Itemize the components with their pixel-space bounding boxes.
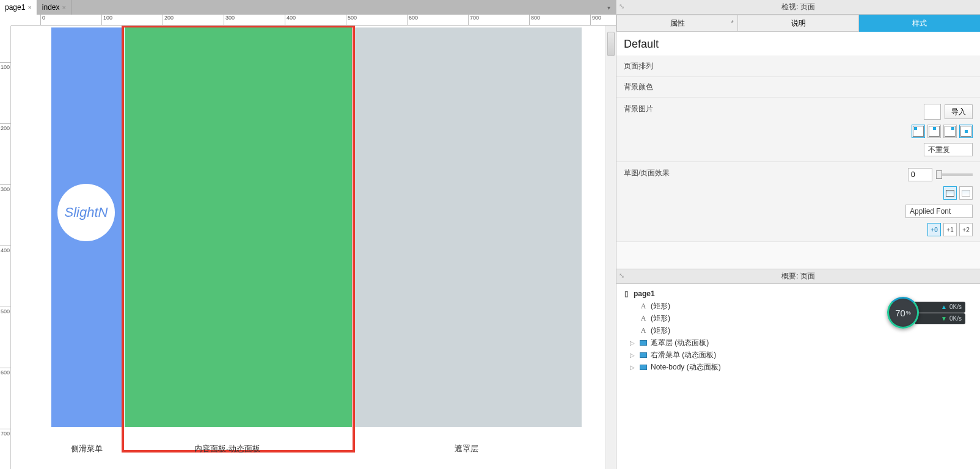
tree-label: 右滑菜单 (动态面板): [651, 350, 716, 360]
outline-header: ⤡ 概要: 页面: [616, 269, 980, 284]
mask-panel[interactable]: [354, 27, 582, 427]
align-tc-button[interactable]: [927, 125, 941, 138]
tab-label: 样式: [912, 18, 927, 29]
side-menu-panel[interactable]: SlightN: [51, 27, 122, 427]
tree-label: (矩形): [651, 301, 670, 311]
editor-pane: page1 × index × ▾ 0100200300400500600700…: [0, 0, 616, 469]
slider-knob[interactable]: [936, 170, 942, 179]
tab-overflow-dropdown[interactable]: ▾: [604, 2, 613, 12]
app-root: page1 × index × ▾ 0100200300400500600700…: [0, 0, 980, 469]
close-icon[interactable]: ×: [62, 4, 66, 11]
label-sketch: 草图/页面效果: [624, 168, 697, 178]
tab-attributes[interactable]: 属性 *: [616, 15, 738, 32]
tree-item[interactable]: ▷右滑菜单 (动态面板): [621, 349, 975, 361]
logo-text: SlightN: [65, 205, 108, 220]
tree-label: (矩形): [651, 325, 670, 336]
tree-label: page1: [634, 289, 655, 298]
color-mode-button[interactable]: [943, 186, 957, 200]
tab-label: 属性: [670, 18, 685, 29]
tree-item[interactable]: A(矩形): [621, 324, 975, 336]
align-tl-button[interactable]: [912, 125, 925, 138]
tree-item[interactable]: A(矩形): [621, 300, 975, 312]
label-page-align: 页面排列: [624, 61, 697, 71]
picture-icon: [946, 190, 954, 197]
expand-icon[interactable]: ▷: [630, 352, 636, 358]
canvas-vertical-scrollbar[interactable]: [605, 26, 616, 469]
repeat-select[interactable]: 不重复: [924, 143, 973, 156]
canvas-label-mask: 遮罩层: [455, 443, 478, 454]
close-icon[interactable]: ×: [27, 4, 31, 11]
gray-mode-button[interactable]: [959, 186, 973, 200]
canvas-label-side: 侧滑菜单: [71, 443, 103, 454]
font-select[interactable]: Applied Font: [905, 205, 973, 218]
tree-label: Note-body (动态面板): [651, 362, 721, 373]
dirty-indicator: *: [731, 19, 734, 27]
outline-panel: ⤡ 概要: 页面 ▯ page1 A(矩形)A(矩形)A(矩形)▷遮罩层 (动态…: [616, 269, 980, 469]
label-bg-image: 背景图片: [624, 104, 697, 114]
row-bg-image: 背景图片 导入 不重复: [616, 98, 980, 162]
row-bg-color: 背景颜色: [616, 77, 980, 98]
text-shape-icon: A: [638, 326, 648, 335]
editor-body: 100200300400500600700 SlightN 侧滑菜单 内容面板-…: [0, 26, 616, 469]
style-name: Default: [616, 32, 980, 56]
tab-label: page1: [5, 3, 25, 12]
inspector-title: 检视: 页面: [781, 2, 815, 12]
expand-icon[interactable]: ▷: [630, 364, 636, 371]
horizontal-ruler: 01002003004005006007008009001000: [11, 15, 616, 26]
tree-label: (矩形): [651, 313, 670, 324]
design-canvas[interactable]: SlightN 侧滑菜单 内容面板-动态面板 遮罩层: [11, 26, 616, 469]
sketch-value-input[interactable]: [908, 168, 932, 181]
inspector-body: Default 页面排列 背景颜色 背景图片 导入: [616, 32, 980, 269]
inspector-panel: ⤡ 检视: 页面 属性 * 说明 样式 Default 页面排列: [616, 0, 980, 269]
expand-icon[interactable]: ▷: [630, 340, 636, 346]
picture-icon: [962, 190, 970, 197]
align-cc-button[interactable]: [959, 125, 973, 138]
font-adj-1[interactable]: +1: [943, 223, 957, 236]
text-shape-icon: A: [638, 302, 648, 311]
text-shape-icon: A: [638, 314, 648, 323]
align-tr-button[interactable]: [943, 125, 957, 138]
label-bg-color: 背景颜色: [624, 82, 697, 92]
outline-title: 概要: 页面: [781, 271, 815, 282]
collapse-icon[interactable]: ⤡: [619, 272, 624, 280]
vertical-ruler: 100200300400500600700: [0, 26, 11, 469]
row-sketch: 草图/页面效果 Applied Font +0: [616, 162, 980, 242]
inspector-tabs: 属性 * 说明 样式: [616, 15, 980, 32]
sketch-slider[interactable]: [936, 173, 973, 176]
page-icon: ▯: [621, 289, 631, 298]
inspector-header: ⤡ 检视: 页面: [616, 0, 980, 15]
font-adj-0[interactable]: +0: [927, 223, 941, 236]
tree-root[interactable]: ▯ page1: [621, 288, 975, 300]
tab-style[interactable]: 样式: [859, 15, 980, 32]
dynamic-panel-icon: [638, 340, 648, 346]
tab-label: index: [42, 3, 60, 12]
tab-index[interactable]: index ×: [37, 0, 71, 15]
dynamic-panel-icon: [638, 365, 648, 370]
tree-item[interactable]: A(矩形): [621, 312, 975, 324]
content-dynamic-panel[interactable]: [125, 27, 352, 427]
import-button[interactable]: 导入: [945, 104, 973, 119]
tree-item[interactable]: ▷遮罩层 (动态面板): [621, 336, 975, 349]
outline-tree: ▯ page1 A(矩形)A(矩形)A(矩形)▷遮罩层 (动态面板)▷右滑菜单 …: [616, 284, 980, 469]
collapse-icon[interactable]: ⤡: [619, 2, 624, 10]
dynamic-panel-icon: [638, 352, 648, 358]
scrollbar-thumb[interactable]: [607, 32, 615, 56]
font-adj-2[interactable]: +2: [959, 223, 973, 236]
tree-item[interactable]: ▷Note-body (动态面板): [621, 361, 975, 373]
right-column: ⤡ 检视: 页面 属性 * 说明 样式 Default 页面排列: [616, 0, 980, 469]
row-page-align: 页面排列: [616, 56, 980, 77]
canvas-label-content: 内容面板-动态面板: [194, 443, 260, 454]
tree-label: 遮罩层 (动态面板): [651, 338, 709, 348]
tab-page1[interactable]: page1 ×: [0, 0, 37, 15]
document-tabbar: page1 × index × ▾: [0, 0, 616, 15]
bg-image-swatch[interactable]: [924, 104, 941, 120]
tab-description[interactable]: 说明: [738, 15, 859, 32]
logo-badge: SlightN: [57, 184, 115, 241]
tab-label: 说明: [791, 18, 806, 29]
